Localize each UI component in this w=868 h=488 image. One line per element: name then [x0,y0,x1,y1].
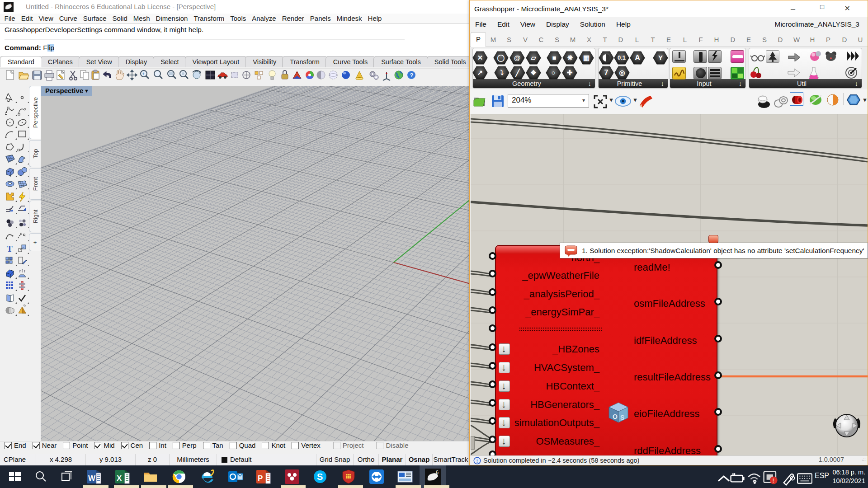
svg-text:T: T [7,244,13,253]
svg-text:P: P [258,474,263,483]
svg-text:6: 6 [9,3,12,7]
svg-text:+: + [142,71,145,76]
svg-text:!: ! [773,478,774,484]
svg-text:W: W [88,474,96,483]
svg-text:O: O [613,413,618,420]
svg-text:S: S [317,472,323,482]
svg-text:X: X [117,474,122,483]
svg-text:?: ? [410,72,414,79]
svg-text:!: ! [476,458,478,464]
svg-text:6: 6 [436,469,439,475]
svg-text:S: S [620,414,624,421]
